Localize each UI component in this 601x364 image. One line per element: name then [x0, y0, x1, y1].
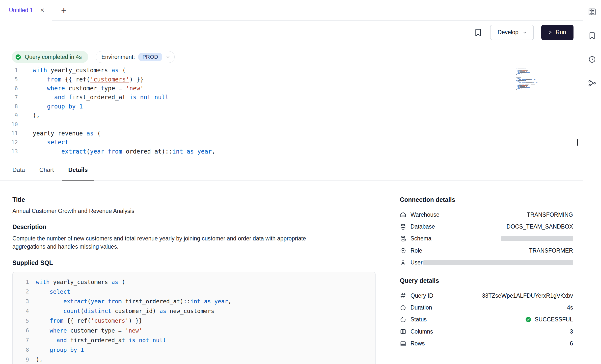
history-icon[interactable] — [588, 55, 596, 64]
bookmark-icon[interactable] — [588, 31, 596, 40]
environment-selector[interactable]: Environment: PROD — [96, 51, 175, 63]
line-number: 2 — [19, 288, 29, 295]
detail-value: 4s — [567, 304, 573, 311]
detail-label: Role — [410, 247, 422, 254]
run-label: Run — [556, 29, 566, 36]
play-icon — [547, 30, 552, 35]
loader-icon — [400, 316, 406, 323]
tab-untitled-1[interactable]: Untitled 1 ✕ — [0, 0, 52, 21]
line-number: 13 — [0, 148, 18, 155]
tab-details[interactable]: Details — [61, 159, 95, 180]
supplied-sql-code: 1with yearly_customers as (2 select3 ext… — [12, 272, 376, 364]
tab-data[interactable]: Data — [5, 159, 32, 180]
warehouse-icon — [400, 211, 406, 218]
chevron-down-icon — [165, 54, 170, 59]
detail-label: Warehouse — [410, 211, 439, 218]
code-text: with yearly_customers as ( — [36, 279, 125, 285]
tab-chart[interactable]: Chart — [32, 159, 61, 180]
code-line: 1with yearly_customers as ( — [0, 66, 583, 75]
line-number: 8 — [19, 347, 29, 353]
check-circle-icon — [15, 54, 22, 60]
code-text: extract(year from first_ordered_at)::int… — [36, 298, 231, 305]
check-circle-icon — [525, 316, 532, 323]
code-text: where customer_type = 'new' — [36, 327, 142, 334]
detail-value: TRANSFORMING — [527, 211, 573, 218]
develop-label: Develop — [497, 29, 518, 36]
code-line: 13 extract(year from ordered_at)::int as… — [0, 147, 583, 156]
close-tab-icon[interactable]: ✕ — [40, 7, 44, 14]
code-text: extract(year from ordered_at)::int as ye… — [33, 148, 215, 155]
detail-label: Query ID — [410, 292, 433, 299]
code-line: 10 — [0, 120, 583, 129]
sql-editor[interactable]: 1with yearly_customers as (5 from {{ ref… — [0, 63, 583, 159]
line-number: 6 — [19, 327, 29, 334]
bookmark-icon[interactable] — [474, 28, 483, 37]
develop-button[interactable]: Develop — [490, 25, 534, 40]
code-text: where customer_type = 'new' — [33, 85, 144, 92]
code-line: 3 extract(year from first_ordered_at)::i… — [19, 296, 370, 306]
lineage-icon[interactable] — [588, 79, 596, 87]
detail-label: Schema — [410, 235, 431, 242]
line-number: 1 — [0, 67, 18, 74]
detail-row: RoleTRANSFORMER — [400, 245, 573, 257]
detail-row: DatabaseDOCS_TEAM_SANDBOX — [400, 221, 573, 233]
right-rail — [583, 0, 601, 364]
title-value: Annual Customer Growth and Revenue Analy… — [12, 208, 376, 214]
environment-value-badge: PROD — [138, 53, 163, 61]
tab-label: Untitled 1 — [9, 7, 33, 14]
editor-code: 1with yearly_customers as (5 from {{ ref… — [0, 66, 583, 156]
editor-minimap[interactable] — [516, 68, 546, 92]
detail-value: 3 — [570, 328, 573, 335]
code-line: 7 and first_ordered_at is not null — [19, 335, 370, 345]
code-line: 9), — [19, 355, 370, 364]
code-text: select — [33, 139, 69, 146]
connection-details-heading: Connection details — [400, 196, 573, 203]
code-line: 2 select — [19, 287, 370, 296]
new-tab-button[interactable]: + — [61, 5, 67, 15]
detail-row: Duration4s — [400, 302, 573, 313]
code-line: 12 select — [0, 138, 583, 147]
query-detail-rows: Query ID33TZseWpe1ALFDUYerxR1gVKxbvDurat… — [400, 290, 573, 350]
details-left-column: Title Annual Customer Growth and Revenue… — [12, 196, 376, 364]
code-text: yearly_revenue as ( — [33, 130, 101, 137]
line-number: 5 — [0, 76, 18, 82]
code-text: ), — [36, 356, 43, 363]
code-text: from {{ ref('customers') }} — [33, 76, 144, 83]
code-line: 5 from {{ ref('customers') }} — [19, 316, 370, 326]
detail-row: Schema — [400, 233, 573, 245]
main-area: Untitled 1 ✕ + Develop Run Query complet… — [0, 0, 583, 364]
editor-scrollbar-thumb[interactable] — [577, 139, 578, 146]
line-number: 4 — [19, 308, 29, 314]
code-text: and first_ordered_at is not null — [36, 337, 166, 343]
line-number: 11 — [0, 130, 18, 136]
detail-label: Duration — [410, 304, 432, 311]
description-value: Compute the number of new customers and … — [12, 234, 329, 251]
code-line: 6 where customer_type = 'new' — [19, 326, 370, 335]
detail-row: User — [400, 257, 573, 269]
line-number: 3 — [19, 298, 29, 304]
line-number: 7 — [0, 94, 18, 101]
code-text: with yearly_customers as ( — [33, 67, 126, 74]
results-tabs: Data Chart Details — [0, 159, 583, 181]
code-line: 4 count(distinct customer_id) as new_cus… — [19, 306, 370, 316]
chevron-down-icon — [522, 30, 527, 35]
supplied-sql-heading: Supplied SQL — [12, 259, 376, 266]
code-line: 8 group by 1 — [19, 345, 370, 355]
details-panel: Title Annual Customer Growth and Revenue… — [0, 181, 583, 364]
detail-value: DOCS_TEAM_SANDBOX — [507, 223, 573, 230]
detail-label: User — [410, 259, 423, 266]
code-line: 6 where customer_type = 'new' — [0, 84, 583, 93]
line-number: 6 — [0, 85, 18, 91]
code-line: 8 group by 1 — [0, 102, 583, 111]
code-text: from {{ ref('customers') }} — [36, 317, 142, 324]
detail-row: StatusSUCCESSFUL — [400, 314, 573, 326]
environment-label: Environment: — [101, 54, 135, 60]
code-text: group by 1 — [36, 347, 84, 353]
line-numbers-icon[interactable] — [588, 8, 596, 16]
status-row: Query completed in 4s Environment: PROD — [0, 51, 583, 63]
rows-icon — [400, 340, 406, 347]
detail-label: Status — [410, 316, 427, 323]
detail-row: Rows6 — [400, 338, 573, 350]
run-button[interactable]: Run — [541, 25, 574, 40]
code-line: 11yearly_revenue as ( — [0, 129, 583, 138]
